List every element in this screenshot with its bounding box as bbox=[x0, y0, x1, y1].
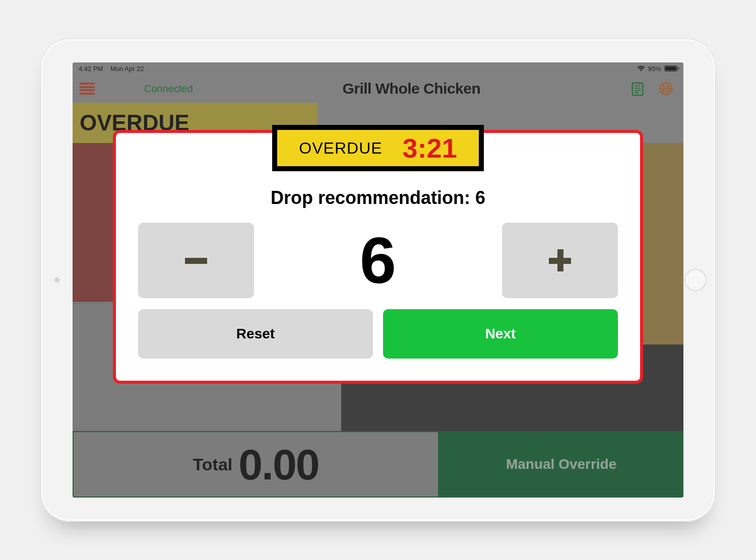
increment-button[interactable] bbox=[502, 223, 618, 298]
next-label: Next bbox=[485, 326, 516, 342]
overdue-time: 3:21 bbox=[403, 132, 457, 164]
minus-icon bbox=[180, 244, 212, 276]
decrement-button[interactable] bbox=[138, 223, 254, 298]
ipad-frame: 4:42 PM Mon Apr 22 95% Connected Grill W… bbox=[40, 38, 716, 522]
overdue-label: OVERDUE bbox=[299, 139, 382, 158]
overdue-banner: OVERDUE 3:21 bbox=[272, 125, 484, 171]
reset-button[interactable]: Reset bbox=[138, 309, 373, 359]
screen: 4:42 PM Mon Apr 22 95% Connected Grill W… bbox=[73, 62, 683, 498]
plus-icon bbox=[544, 244, 576, 276]
next-button[interactable]: Next bbox=[383, 309, 618, 359]
home-button[interactable] bbox=[684, 269, 707, 291]
recommendation-text: Drop recommendation: 6 bbox=[138, 187, 618, 208]
drop-modal: OVERDUE 3:21 Drop recommendation: 6 6 bbox=[113, 130, 643, 384]
reset-label: Reset bbox=[236, 326, 275, 342]
svg-rect-8 bbox=[185, 258, 207, 264]
quantity-stepper: 6 bbox=[138, 223, 618, 298]
quantity-value: 6 bbox=[274, 223, 482, 298]
svg-rect-10 bbox=[557, 249, 563, 271]
